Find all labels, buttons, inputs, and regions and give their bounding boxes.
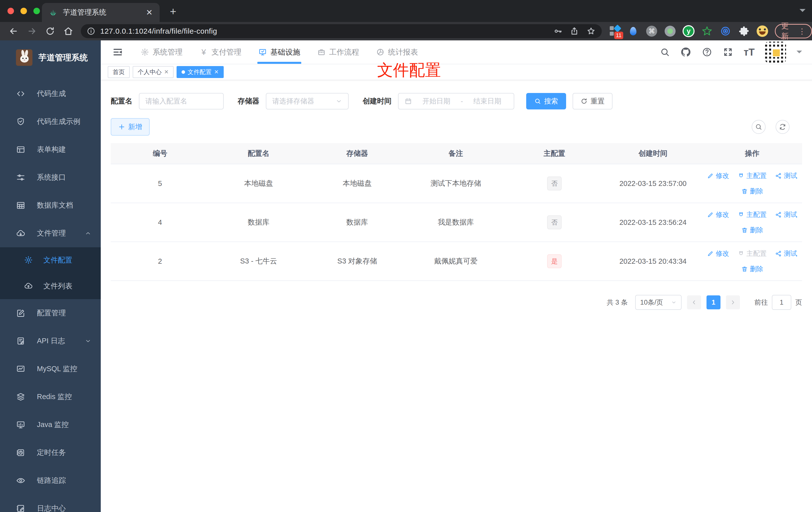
browser-tab[interactable]: 芋道管理系统 ✕ [42,3,160,22]
toggle-search-button[interactable] [752,120,765,134]
close-icon[interactable]: ✕ [214,69,219,75]
date-range-picker[interactable]: - [398,93,514,110]
end-date-input[interactable] [467,97,508,105]
edit-action[interactable]: 修改 [707,171,729,180]
forward-icon[interactable] [27,26,37,36]
help-icon[interactable] [702,47,712,57]
close-window-icon[interactable] [7,8,14,14]
close-icon[interactable]: ✕ [164,69,169,75]
extensions-puzzle-icon[interactable] [738,25,750,37]
prev-page-button[interactable] [687,295,701,309]
tag-profile[interactable]: 个人中心 ✕ [133,66,174,78]
home-icon[interactable] [63,26,73,36]
goto-page-input[interactable] [772,295,791,310]
top-menu-report[interactable]: 统计报表 [368,40,427,64]
col-name: 配置名 [209,143,308,164]
minimize-window-icon[interactable] [21,8,27,14]
sidebar-item-mysql-monitor[interactable]: MySQL 监控 [0,355,101,383]
sidebar-item-code-gen[interactable]: 代码生成 [0,80,101,108]
refresh-table-button[interactable] [776,120,789,134]
github-icon[interactable] [680,47,691,58]
sidebar-item-java-monitor[interactable]: Java 监控 [0,411,101,439]
user-avatar[interactable] [765,42,786,63]
storage-select[interactable] [266,93,349,110]
update-label: 更新 [781,21,795,41]
col-storage: 存储器 [308,143,406,164]
edit-action[interactable]: 修改 [707,210,729,219]
page-size-select[interactable]: 10条/页 [635,295,682,310]
reset-button[interactable]: 重置 [573,93,612,110]
url-text[interactable]: 127.0.0.1:1024/infra/file/file-config [100,27,548,35]
site-info-icon[interactable] [87,27,95,35]
master-config-action-disabled: 主配置 [738,249,766,258]
collapse-sidebar-icon[interactable] [112,47,123,58]
navbar-right: ᴛT [660,42,812,63]
sidebar-item-trace[interactable]: 链路追踪 [0,466,101,494]
extension-dot-icon[interactable] [664,25,676,37]
search-icon[interactable] [660,47,670,57]
extension-star-icon[interactable] [701,25,713,37]
config-name-input[interactable] [145,97,217,105]
master-config-action[interactable]: 主配置 [738,171,766,180]
sidebar-item-log-center[interactable]: 日志中心 [0,494,101,512]
macos-window-controls[interactable] [7,8,40,14]
url-bar[interactable]: 127.0.0.1:1024/infra/file/file-config [81,24,602,38]
extension-y-icon[interactable]: y [683,25,695,37]
share-icon[interactable] [570,27,579,36]
start-date-input[interactable] [416,97,457,105]
add-button[interactable]: 新增 [111,118,150,135]
top-menu-system[interactable]: 系统管理 [132,40,191,64]
test-action[interactable]: 测试 [775,249,797,258]
top-menu-workflow[interactable]: 工作流程 [309,40,368,64]
sidebar-item-config-manage[interactable]: 配置管理 [0,299,101,327]
extension-command-icon[interactable]: ⌘ [646,25,658,37]
extension-pin-icon[interactable] [627,25,639,37]
fullscreen-icon[interactable] [723,47,733,57]
extension-tabs-icon[interactable]: 11 [609,25,621,37]
tag-file-config[interactable]: 文件配置 ✕ [177,66,224,78]
password-key-icon[interactable] [553,27,562,36]
reload-icon[interactable] [46,26,55,36]
tab-search-caret-icon[interactable] [800,9,806,15]
bookmark-star-icon[interactable] [586,26,596,36]
tab-close-icon[interactable]: ✕ [146,8,153,17]
tag-home[interactable]: 首页 [108,66,130,78]
master-config-action[interactable]: 主配置 [738,210,766,219]
back-icon[interactable] [8,26,19,36]
extension-eye-icon[interactable] [720,25,731,37]
avatar-caret-icon[interactable] [796,51,802,56]
delete-action[interactable]: 删除 [741,265,763,273]
sidebar-item-scheduled-tasks[interactable]: 定时任务 [0,439,101,466]
edit-action[interactable]: 修改 [707,249,729,258]
sidebar-item-file-list[interactable]: 文件列表 [0,273,101,299]
test-action[interactable]: 测试 [775,210,797,219]
sidebar-item-api-log[interactable]: API 日志 [0,327,101,355]
sidebar-item-form-builder[interactable]: 表单构建 [0,135,101,163]
next-page-button[interactable] [726,295,740,309]
test-action[interactable]: 测试 [775,171,797,180]
config-name-field[interactable] [139,93,224,110]
browser-menu-kebab-icon[interactable]: ⋮ [798,27,806,36]
sidebar-item-file-config[interactable]: 文件配置 [0,247,101,273]
delete-action[interactable]: 删除 [741,225,763,235]
search-button[interactable]: 搜索 [526,93,566,110]
extension-emoji-icon[interactable] [756,25,768,37]
share-nodes-icon [775,211,782,218]
sidebar-logo[interactable]: 芋道管理系统 [0,40,101,73]
top-menu-infrastructure[interactable]: 基础设施 [250,40,309,64]
new-tab-button[interactable]: + [168,6,179,18]
page-number-button[interactable]: 1 [706,295,721,309]
delete-action[interactable]: 删除 [741,187,763,196]
zoom-window-icon[interactable] [33,8,40,14]
sidebar-item-redis-monitor[interactable]: Redis 监控 [0,383,101,411]
storage-select-input[interactable] [272,97,336,105]
font-size-icon[interactable]: ᴛT [744,47,755,58]
magnet-icon [738,250,745,257]
sidebar-item-file-manage[interactable]: 文件管理 [0,219,101,247]
sidebar-item-db-doc[interactable]: 数据库文档 [0,191,101,219]
sidebar-item-system-api[interactable]: 系统接口 [0,163,101,191]
browser-update-button[interactable]: 更新 ⋮ [775,24,812,38]
sidebar-item-code-demo[interactable]: 代码生成示例 [0,108,101,135]
pencil-icon [707,173,714,179]
top-menu-payment[interactable]: ¥ 支付管理 [191,40,250,64]
